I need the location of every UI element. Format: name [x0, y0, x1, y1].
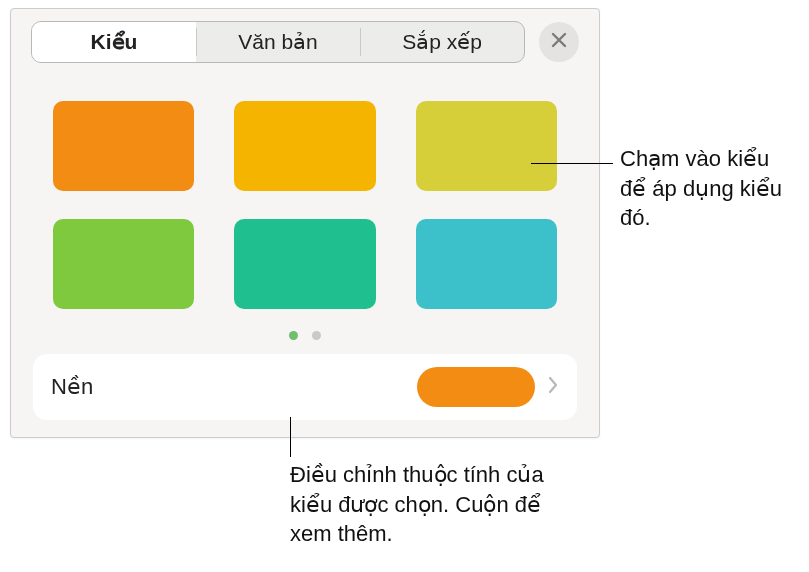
format-panel: Kiểu Văn bản Sắp xếp Nền: [10, 8, 600, 438]
close-icon: [550, 31, 568, 53]
callout-right: Chạm vào kiểu để áp dụng kiểu đó.: [620, 144, 798, 233]
style-swatch-orange[interactable]: [53, 101, 194, 191]
background-swatch: [417, 367, 535, 407]
page-indicator: [11, 319, 599, 348]
style-swatch-grid: [11, 73, 599, 319]
tab-style[interactable]: Kiểu: [32, 22, 196, 62]
close-button[interactable]: [539, 22, 579, 62]
style-swatch-amber[interactable]: [234, 101, 375, 191]
topbar: Kiểu Văn bản Sắp xếp: [11, 9, 599, 73]
tab-style-label: Kiểu: [91, 30, 138, 54]
background-label: Nền: [51, 374, 405, 400]
tab-arrange-label: Sắp xếp: [402, 30, 482, 54]
page-dot-2[interactable]: [312, 331, 321, 340]
style-swatch-teal[interactable]: [234, 219, 375, 309]
tab-arrange[interactable]: Sắp xếp: [360, 22, 524, 62]
background-row[interactable]: Nền: [33, 354, 577, 420]
page-dot-1[interactable]: [289, 331, 298, 340]
tab-text-label: Văn bản: [238, 30, 318, 54]
chevron-right-icon: [547, 375, 559, 399]
style-swatch-olive[interactable]: [416, 101, 557, 191]
style-swatch-green[interactable]: [53, 219, 194, 309]
callout-line-bottom: [290, 417, 291, 457]
callout-line-right: [531, 163, 613, 164]
segmented-control: Kiểu Văn bản Sắp xếp: [31, 21, 525, 63]
callout-bottom: Điều chỉnh thuộc tính của kiểu được chọn…: [290, 460, 550, 549]
style-swatch-cyan[interactable]: [416, 219, 557, 309]
tab-text[interactable]: Văn bản: [196, 22, 360, 62]
